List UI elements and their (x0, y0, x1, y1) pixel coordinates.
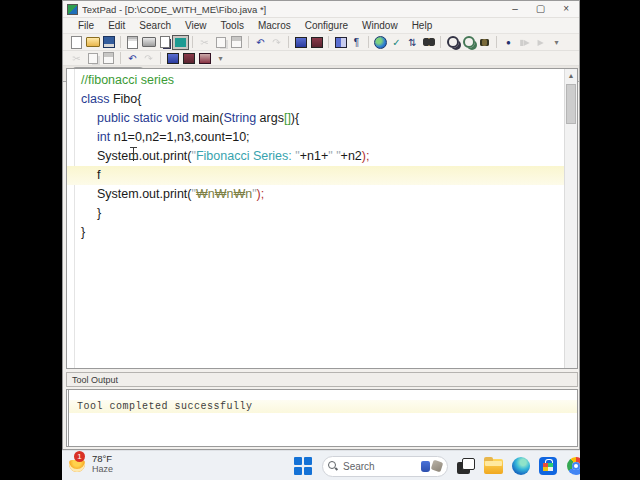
toolbar-separator (120, 36, 121, 48)
open-file-icon[interactable] (85, 36, 100, 49)
undo-icon[interactable]: ↶ (125, 52, 140, 65)
vertical-scrollbar[interactable]: ▲ (564, 69, 577, 368)
code-segment: public static void (97, 111, 189, 125)
start-button[interactable] (294, 457, 313, 476)
undo-icon[interactable]: ↶ (253, 36, 268, 49)
formatting-marks-icon[interactable]: ¶ (349, 36, 364, 49)
textpad-app-icon (67, 4, 78, 15)
code-line[interactable]: System.out.print("Fibonacci Series: "+n1… (67, 147, 564, 166)
menu-tools[interactable]: Tools (214, 20, 251, 31)
code-segment: Fibo{ (109, 92, 141, 106)
tool-output-title: Tool Output (72, 375, 118, 385)
code-segment: [] (284, 111, 291, 125)
code-editor[interactable]: //fibonacci seriesclass Fibo{public stat… (66, 68, 578, 369)
search-replace-icon[interactable] (461, 36, 476, 49)
indent-icon[interactable] (165, 52, 180, 65)
record-macro-icon[interactable]: ● (501, 36, 516, 49)
weather-condition: Haze (92, 464, 113, 475)
close-button[interactable]: × (563, 4, 569, 14)
mouse-ibeam-cursor (129, 146, 138, 162)
toolbar-separator (248, 36, 249, 48)
notification-badge: 1 (74, 451, 85, 462)
code-line[interactable]: } (67, 204, 564, 223)
block-edit-icon[interactable] (197, 52, 212, 65)
microsoft-store-button[interactable] (539, 457, 557, 475)
edge-browser-button[interactable] (512, 457, 530, 475)
code-line[interactable]: class Fibo{ (67, 90, 564, 109)
minimize-button[interactable]: – (512, 4, 518, 14)
paste-icon[interactable] (101, 52, 116, 65)
outdent-icon[interactable] (181, 52, 196, 65)
toolbar-separator (496, 36, 497, 48)
code-segment: +n2 (341, 149, 362, 163)
menu-search[interactable]: Search (132, 20, 178, 31)
menu-help[interactable]: Help (405, 20, 440, 31)
code-segment: class (81, 92, 109, 106)
menu-view[interactable]: View (178, 20, 214, 31)
scrollbar-thumb[interactable] (566, 84, 576, 124)
tool-output-panel[interactable]: Tool completed successfully (66, 389, 578, 447)
copy-icon[interactable] (213, 36, 228, 49)
cut-icon[interactable]: ✂ (69, 52, 84, 65)
code-line[interactable]: int n1=0,n2=1,n3,count=10; (67, 128, 564, 147)
workspace-icon[interactable] (477, 36, 492, 49)
print-preview-icon[interactable] (157, 36, 172, 49)
document-properties-icon[interactable] (125, 36, 140, 49)
screen: TextPad - [D:\CODE_WITH_ME\Fibo.java *] … (0, 0, 640, 480)
toolbar-separator (440, 36, 441, 48)
code-line[interactable]: //fibonacci series (67, 71, 564, 90)
toolbar-separator (192, 36, 193, 48)
code-line[interactable]: System.out.print("₩n₩n₩n"); (67, 185, 564, 204)
cut-icon[interactable]: ✂ (197, 36, 212, 49)
file-explorer-button[interactable] (484, 459, 503, 474)
code-segment: +n1+ (300, 149, 329, 163)
print-icon[interactable] (141, 36, 156, 49)
code-segment: System.out.print( (97, 149, 191, 163)
search-tool-icon[interactable] (445, 36, 460, 49)
paste-icon[interactable] (229, 36, 244, 49)
weather-widget[interactable]: 1 78°F Haze (68, 453, 113, 475)
weather-temperature: 78°F (92, 453, 113, 464)
toolbar-separator (288, 36, 289, 48)
code-line[interactable]: } (67, 223, 564, 242)
word-wrap-icon[interactable] (333, 36, 348, 49)
menu-bar: FileEditSearchViewToolsMacrosConfigureWi… (63, 18, 579, 34)
tool-output-header[interactable]: Tool Output (66, 372, 578, 387)
task-view-button[interactable] (457, 458, 475, 474)
copy-icon[interactable] (85, 52, 100, 65)
code-area[interactable]: //fibonacci seriesclass Fibo{public stat… (67, 71, 564, 242)
browser-preview-icon[interactable] (173, 36, 188, 49)
menu-configure[interactable]: Configure (298, 20, 355, 31)
code-line[interactable]: public static void main(String args[]){ (67, 109, 564, 128)
toolbar-separator (368, 36, 369, 48)
chrome-browser-button[interactable] (567, 457, 580, 475)
web-browse-icon[interactable] (373, 36, 388, 49)
outdent-icon[interactable] (309, 36, 324, 49)
toolbar-overflow-icon[interactable]: ▾ (549, 36, 564, 49)
toolbar-main: ✂↶↷¶✓⇅●▮▶▶▾ (63, 34, 579, 51)
menu-file[interactable]: File (71, 20, 101, 31)
find-in-files-icon[interactable] (421, 36, 436, 49)
code-line[interactable]: f (67, 166, 564, 185)
toolbar-edit: ✂↶↷▾ (63, 51, 579, 66)
redo-icon[interactable]: ↷ (141, 52, 156, 65)
spell-check-icon[interactable]: ✓ (389, 36, 404, 49)
code-segment: System.out.print( (97, 187, 191, 201)
desktop-content: TextPad - [D:\CODE_WITH_ME\Fibo.java *] … (62, 0, 580, 480)
menu-macros[interactable]: Macros (251, 20, 298, 31)
toolbar-overflow-icon[interactable]: ▾ (213, 52, 228, 65)
new-document-icon[interactable] (69, 36, 84, 49)
scroll-up-arrow-icon[interactable]: ▲ (565, 69, 577, 82)
sort-icon[interactable]: ⇅ (405, 36, 420, 49)
save-icon[interactable] (101, 36, 116, 49)
maximize-button[interactable]: ▢ (536, 4, 545, 14)
search-box[interactable]: Search (322, 456, 448, 477)
indent-icon[interactable] (293, 36, 308, 49)
toolbar-separator (160, 52, 161, 64)
redo-icon[interactable]: ↷ (269, 36, 284, 49)
code-segment: int (97, 130, 110, 144)
menu-edit[interactable]: Edit (101, 20, 132, 31)
play-macro-icon[interactable]: ▶ (533, 36, 548, 49)
pause-macro-icon[interactable]: ▮▶ (517, 36, 532, 49)
menu-window[interactable]: Window (355, 20, 405, 31)
